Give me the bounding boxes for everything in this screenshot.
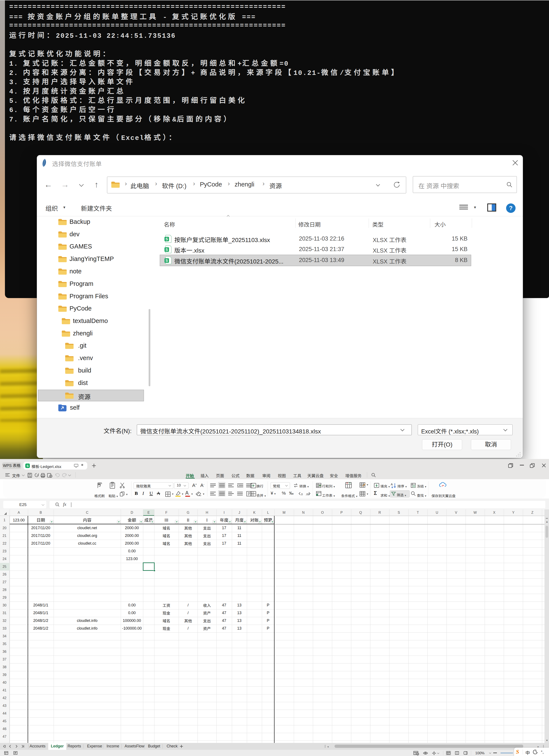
svg-text:S: S xyxy=(166,259,168,263)
svg-text:.00: .00 xyxy=(305,493,309,496)
svg-text:A: A xyxy=(391,483,393,486)
svg-text:.0: .0 xyxy=(300,493,303,496)
svg-text:S: S xyxy=(166,248,168,252)
svg-text:S: S xyxy=(166,237,168,241)
